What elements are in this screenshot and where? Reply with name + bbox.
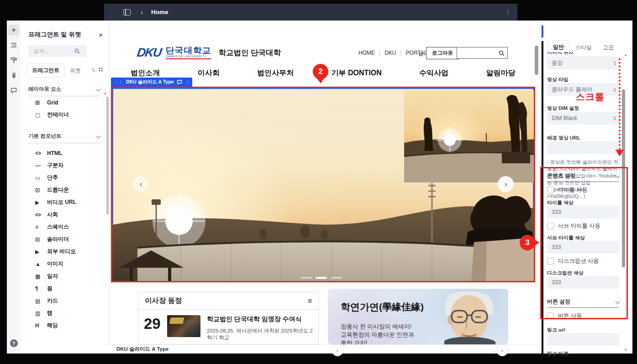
app-topbar: ‹ Home ⋮ <box>104 4 517 21</box>
subtitle-use-checkbox[interactable] <box>547 223 554 229</box>
content-prev-button[interactable]: ‹ <box>332 344 343 356</box>
panel-scroll-up-indicator[interactable]: ▴ <box>625 53 627 57</box>
description-use-checkbox[interactable] <box>547 258 554 265</box>
attachment-icon[interactable] <box>8 70 19 81</box>
component-item[interactable]: ▲ 이미지 <box>21 258 109 270</box>
fragments-widgets-panel: 프래그먼트 및 위젯 × ↑↓ ∷ 프레그먼트 위젯 레이아웃 요소 ⊞ Gri… <box>21 21 110 354</box>
component-item[interactable]: <> 사회 <box>21 208 109 221</box>
fragment-selection-tag[interactable]: ⋮⋮ DKU 슬라이드 A Type ⋮ <box>111 78 192 87</box>
pagination-dash-3[interactable] <box>331 277 342 279</box>
component-item[interactable]: ▶ 비디오 URL <box>21 196 109 208</box>
section-basic-components[interactable]: 기본 컴포넌트 <box>28 133 100 140</box>
site-nav-item[interactable]: 수익사업 <box>419 68 448 78</box>
component-item[interactable]: ⊡ 드롭다운 <box>21 184 109 196</box>
user-suffix: 님 <box>418 51 424 57</box>
back-chevron-icon[interactable]: ‹ <box>141 8 143 16</box>
news-headline[interactable]: 학교법인 단국대학 임명장 수여식 <box>207 315 314 323</box>
component-item[interactable]: ¶ 절 <box>21 282 109 295</box>
hero-slider: ‹ › <box>112 88 534 281</box>
button-icon: ▭ <box>35 175 47 181</box>
component-item[interactable]: ▤ 카드 <box>21 295 109 307</box>
pagination-dash-2[interactable] <box>316 277 327 279</box>
image-icon: ▲ <box>35 261 47 267</box>
component-item[interactable]: ▭ 단추 <box>21 172 109 184</box>
content-next-button[interactable]: › <box>496 344 508 356</box>
link-url-input[interactable] <box>547 333 619 346</box>
component-item[interactable]: ≡ 스페이스 <box>21 221 109 233</box>
subtitle-use-row: 서브 타이틀 사용 <box>547 222 600 230</box>
title-color-input[interactable] <box>547 206 619 218</box>
utility-link[interactable]: DKU <box>375 50 396 56</box>
essay-card[interactable]: 학연가연(學緣佳緣) 장충식 전 이사장의 에세이!교육현장의 아름다운 인연과… <box>328 289 508 344</box>
comment-icon[interactable] <box>177 80 182 84</box>
logout-button[interactable]: 로그아웃 <box>426 47 459 59</box>
panel-scrollbar[interactable] <box>622 89 625 267</box>
tab-fragments[interactable]: 프레그먼트 <box>26 63 65 78</box>
news-thumbnail[interactable] <box>167 315 200 337</box>
canvas-scrollbar[interactable] <box>535 46 538 75</box>
slider-next-button[interactable]: › <box>498 176 514 192</box>
page-structure-icon[interactable] <box>8 40 19 51</box>
paragraph-icon: ¶ <box>35 286 47 292</box>
slider-prev-button[interactable]: ‹ <box>133 176 149 192</box>
comment-icon[interactable] <box>8 85 19 96</box>
tab-widgets[interactable]: 위젯 <box>65 64 86 78</box>
status-breadcrumb[interactable]: DKU 슬라이드 A Type <box>116 346 168 353</box>
pagination-dash-1[interactable] <box>300 277 312 279</box>
bg-video-url-input[interactable] <box>547 141 619 154</box>
title-use-checkbox[interactable] <box>547 187 554 193</box>
hamburger-icon[interactable]: ≡ <box>308 297 312 305</box>
site-nav-item[interactable]: 알림마당 <box>486 68 516 78</box>
section-layout-elements[interactable]: 레이아웃 요소 <box>28 86 100 93</box>
left-icon-rail: + ? <box>7 21 21 354</box>
fragment-item[interactable]: ⊞ Grid <box>21 96 109 109</box>
panel-scroll-down-indicator[interactable]: ▾ <box>625 348 627 352</box>
image-position-select[interactable]: 중앙 ▴▾ <box>547 57 619 69</box>
scroll-up-indicator[interactable]: ▴ <box>104 91 106 95</box>
site-nav-item[interactable]: 이사회 <box>198 68 220 78</box>
chairman-news-widget: 이사장 동정 ≡ 29 학교법인 단국대학 임명장 수여식 2025.08.25… <box>138 292 319 344</box>
component-item[interactable]: <> HTML <box>21 147 109 159</box>
grid-view-icon[interactable]: ∷ <box>99 66 103 73</box>
component-item[interactable]: ⊟ 슬라이더 <box>21 233 109 245</box>
sort-icon[interactable]: ↑↓ <box>91 67 94 73</box>
component-item[interactable]: ▶ 외부 비디오 <box>21 245 109 258</box>
site-search-box[interactable] <box>457 47 508 59</box>
kebab-menu-icon[interactable]: ⋮ <box>505 9 511 16</box>
component-item[interactable]: H 헤딩 <box>21 319 109 332</box>
dim-select[interactable]: DIM Black ▴▾ <box>547 112 619 125</box>
site-nav-item[interactable]: 법인소개 <box>131 68 160 78</box>
search-input[interactable] <box>32 48 74 54</box>
layout-elements-list: ⊞ Grid ▢ 컨테이너 <box>21 96 109 121</box>
drag-handle-icon[interactable]: ⋮⋮ <box>115 80 123 84</box>
essay-title: 학연가연(學緣佳緣) <box>341 301 424 313</box>
news-date-day: 29 <box>144 315 161 333</box>
description-color-input[interactable] <box>547 276 619 289</box>
paint-style-icon[interactable] <box>8 55 19 66</box>
help-icon[interactable]: ? <box>10 339 18 347</box>
component-item[interactable]: ▦ 일자 <box>21 270 109 282</box>
chevron-down-icon <box>616 174 620 178</box>
fragment-item[interactable]: ▢ 컨테이너 <box>21 109 109 121</box>
utility-links: HOMEDKUPORTAL <box>358 50 427 56</box>
kebab-menu-icon[interactable]: ⋮ <box>185 80 189 84</box>
external-video-icon: ▶ <box>35 249 47 255</box>
close-icon[interactable]: × <box>99 31 103 39</box>
button-use-checkbox[interactable] <box>547 312 554 319</box>
site-logo-en: DANKOOK UNIVERSITY <box>166 55 211 59</box>
sidebar-toggle-icon[interactable] <box>123 9 131 16</box>
subtitle-color-input[interactable] <box>547 241 619 254</box>
component-item[interactable]: — 구분자 <box>21 159 109 172</box>
site-nav-item[interactable]: 법인사무처 <box>257 68 294 78</box>
utility-link[interactable]: HOME <box>358 50 375 56</box>
slider-icon: ⊟ <box>35 236 47 243</box>
site-nav-item[interactable]: 기부 DONTION <box>332 68 382 78</box>
bg-video-url-label: 배경 영상 URL <box>547 135 619 141</box>
component-item[interactable]: ▥ 탭 <box>21 307 109 319</box>
add-fragment-icon[interactable]: + <box>8 25 19 36</box>
content-settings-header[interactable]: 콘텐츠 설정 <box>547 172 619 180</box>
selection-status-bar: DKU 슬라이드 A Type <box>104 344 541 354</box>
left-panel-scrollbar[interactable] <box>106 97 109 214</box>
site-logo[interactable]: DKU 단국대학교 DANKOOK UNIVERSITY 학교법인 단국대학 <box>137 46 281 60</box>
button-settings-header[interactable]: 버튼 설정 <box>547 298 619 306</box>
